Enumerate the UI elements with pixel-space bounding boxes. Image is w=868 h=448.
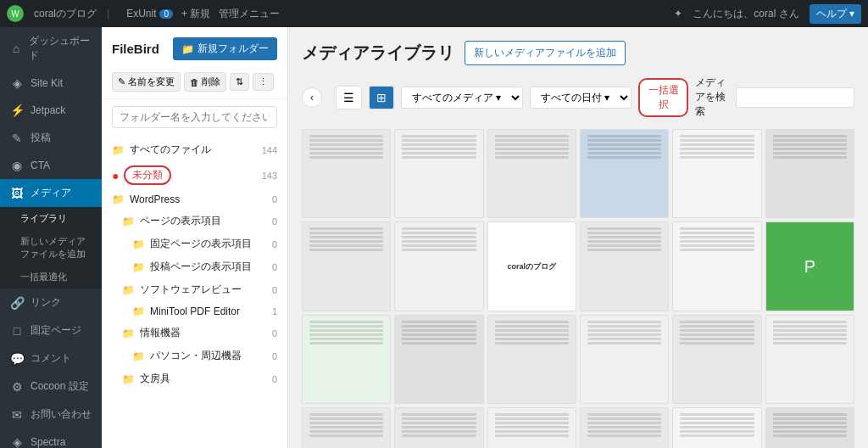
media-thumbnail[interactable] (580, 221, 669, 311)
comments-icon: 💬 (10, 352, 24, 366)
folder-icon: 📁 (132, 261, 145, 273)
media-thumbnail[interactable] (487, 315, 576, 404)
filebird-title: FileBird (112, 42, 159, 56)
exunit-plugin[interactable]: ExUnit 0 (126, 8, 173, 20)
media-thumbnail[interactable] (672, 407, 761, 448)
new-folder-button[interactable]: 📁 新規フォルダー (173, 37, 277, 60)
help-button[interactable]: ヘルプ ▾ (810, 4, 861, 24)
list-view-button[interactable]: ☰ (336, 86, 362, 109)
media-thumbnail[interactable] (394, 407, 483, 448)
greeting: こんにちは、coral さん (693, 7, 798, 21)
rename-icon: ✎ (118, 76, 125, 87)
delete-button[interactable]: 🗑 削除 (184, 72, 226, 92)
sidebar-label: お問い合わせ (31, 407, 92, 422)
sidebar-label: Cocoon 設定 (31, 379, 89, 394)
folder-icon: 📁 (122, 373, 135, 385)
folder-info[interactable]: 📁 情報機器 0 (102, 322, 287, 344)
folder-icon: 📁 (112, 144, 125, 156)
folder-stationery[interactable]: 📁 文房具 0 (102, 367, 287, 390)
sidebar-item-pages[interactable]: □ 固定ページ (0, 316, 102, 344)
sidebar-item-library[interactable]: ライブラリ (0, 207, 102, 230)
folder-uncategorized[interactable]: ● 未分類 143 (102, 161, 287, 189)
main-content: メディアライブラリ 新しいメディアファイルを追加 ‹ ☰ ⊞ すべてのメディア … (288, 27, 868, 448)
wp-logo-icon: W (7, 5, 24, 22)
media-icon: 🖼 (10, 187, 24, 200)
add-new-media-button[interactable]: 新しいメディアファイルを追加 (465, 41, 626, 65)
sort-button[interactable]: ⇅ (230, 73, 249, 91)
filebird-toolbar: ✎ 名前を変更 🗑 削除 ⇅ ⋮ (102, 69, 287, 99)
more-icon: ⋮ (259, 76, 268, 87)
site-name[interactable]: coralのブログ (34, 7, 97, 21)
sidebar-label: 一括最適化 (20, 271, 67, 283)
media-thumbnail[interactable] (580, 129, 669, 218)
media-thumbnail[interactable] (765, 129, 854, 218)
folder-minitool[interactable]: 📁 MiniTool PDF Editor 1 (102, 301, 287, 322)
media-thumbnail[interactable] (394, 129, 483, 218)
media-thumbnail[interactable] (394, 315, 483, 404)
sidebar-item-comments[interactable]: 💬 コメント (0, 344, 102, 372)
sitekit-icon: ◈ (10, 76, 24, 90)
media-type-filter[interactable]: すべてのメディア ▾ (401, 87, 523, 109)
grid-view-button[interactable]: ⊞ (369, 86, 394, 109)
nav-back-button[interactable]: ‹ (302, 87, 322, 108)
topbar-icon: ✦ (674, 8, 682, 20)
media-thumbnail[interactable] (672, 221, 761, 311)
rename-button[interactable]: ✎ 名前を変更 (112, 72, 181, 92)
sidebar-item-media[interactable]: 🖼 メディア (0, 179, 102, 207)
folder-plus-icon: 📁 (181, 43, 194, 55)
media-thumbnail[interactable] (765, 315, 854, 404)
more-button[interactable]: ⋮ (253, 73, 274, 91)
media-thumbnail[interactable] (765, 407, 854, 448)
sidebar-item-sitekit[interactable]: ◈ Site Kit (0, 70, 102, 97)
media-thumbnail[interactable] (487, 129, 576, 218)
search-input[interactable] (736, 87, 854, 108)
folder-software[interactable]: 📁 ソフトウェアレビュー 0 (102, 278, 287, 301)
media-thumbnail[interactable] (302, 221, 391, 311)
sidebar-label: 新しいメディアファイルを追加 (20, 235, 92, 260)
sidebar-item-add-media[interactable]: 新しいメディアファイルを追加 (0, 230, 102, 266)
main-layout: ⌂ ダッシュボード ◈ Site Kit ⚡ Jetpack ✎ 投稿 ◉ CT… (0, 27, 868, 448)
bulk-select-button[interactable]: 一括選択 (638, 78, 688, 117)
folder-page-display[interactable]: 📁 ページの表示項目 0 (102, 210, 287, 232)
sidebar-item-spectra[interactable]: ◈ Spectra (0, 428, 102, 448)
sidebar-item-jetpack[interactable]: ⚡ Jetpack (0, 97, 102, 124)
new-content-button[interactable]: + 新規 (181, 7, 210, 21)
sidebar-item-dashboard[interactable]: ⌂ ダッシュボード (0, 27, 102, 70)
media-thumbnail[interactable] (394, 221, 483, 311)
folder-icon: 📁 (132, 305, 145, 317)
media-thumbnail[interactable] (302, 315, 391, 404)
date-filter[interactable]: すべての日付 ▾ (530, 87, 632, 109)
media-thumbnail[interactable] (302, 407, 391, 448)
sidebar-label: ライブラリ (20, 212, 67, 225)
media-thumbnail[interactable]: P (765, 221, 854, 311)
folder-pc[interactable]: 📁 パソコン・周辺機器 0 (102, 344, 287, 367)
media-thumbnail[interactable] (302, 129, 391, 218)
folder-post-display[interactable]: 📁 投稿ページの表示項目 0 (102, 255, 287, 278)
admin-sidebar: ⌂ ダッシュボード ◈ Site Kit ⚡ Jetpack ✎ 投稿 ◉ CT… (0, 27, 102, 448)
folder-icon: 📁 (122, 216, 135, 227)
media-thumbnail[interactable] (487, 407, 576, 448)
posts-icon: ✎ (10, 132, 24, 145)
cta-icon: ◉ (10, 159, 24, 172)
media-thumbnail[interactable] (580, 407, 669, 448)
sidebar-label: メディア (31, 186, 71, 200)
sidebar-item-contact[interactable]: ✉ お問い合わせ (0, 400, 102, 428)
sidebar-item-cocoon[interactable]: ⚙ Cocoon 設定 (0, 372, 102, 400)
folder-search-input[interactable] (112, 106, 277, 128)
folder-all-files[interactable]: 📁 すべてのファイル 144 (102, 138, 287, 161)
media-thumbnail[interactable] (672, 129, 761, 218)
folder-wordpress[interactable]: 📁 WordPress 0 (102, 189, 287, 210)
media-thumbnail[interactable]: coralのブログ (487, 221, 576, 311)
folder-icon: 📁 (122, 284, 135, 296)
folder-icon: ● (112, 169, 119, 182)
sidebar-item-posts[interactable]: ✎ 投稿 (0, 124, 102, 152)
media-thumbnail[interactable] (580, 315, 669, 404)
sidebar-item-optimize[interactable]: 一括最適化 (0, 266, 102, 288)
manage-menu[interactable]: 管理メニュー (219, 7, 280, 21)
sidebar-label: Jetpack (31, 104, 65, 116)
folder-static-display[interactable]: 📁 固定ページの表示項目 0 (102, 232, 287, 255)
media-toolbar: ‹ ☰ ⊞ すべてのメディア ▾ すべての日付 ▾ 一括選択 メディアを検索 (302, 76, 854, 119)
media-thumbnail[interactable] (672, 315, 761, 404)
sidebar-item-links[interactable]: 🔗 リンク (0, 288, 102, 316)
sidebar-item-cta[interactable]: ◉ CTA (0, 152, 102, 179)
